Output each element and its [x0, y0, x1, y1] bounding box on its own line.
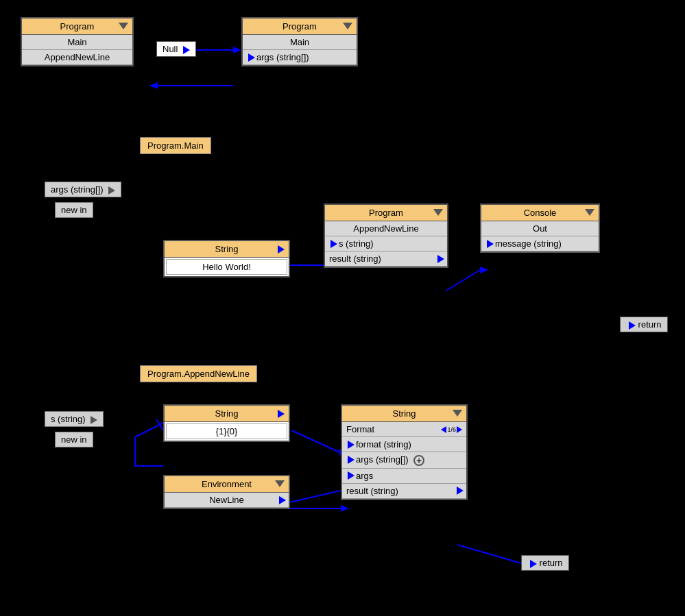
return-label-s2: return: [620, 317, 668, 332]
string-box-s3-value: {1}{0}: [166, 423, 287, 439]
null-label: Null: [156, 41, 196, 57]
s-label-s3: s (string): [45, 411, 104, 427]
string-box-s3-header: String: [165, 406, 289, 422]
diagram-container: Program Main AppendNewLine Null Program …: [0, 0, 685, 616]
console-box: Console Out message (string): [480, 204, 600, 253]
program-box-2-main: Main: [243, 35, 357, 50]
program-box-2: Program Main args (string[]): [241, 17, 358, 66]
console-out: Out: [481, 221, 599, 236]
string-format-format: Format 1/6: [342, 422, 466, 437]
program-box-1-appendnewline: AppendNewLine: [22, 50, 132, 65]
new-in-label-s2: new in: [55, 202, 93, 218]
svg-line-17: [135, 423, 163, 437]
program-append-appendnewline: AppendNewLine: [325, 221, 447, 236]
program-box-1: Program Main AppendNewLine: [21, 17, 134, 66]
program-box-2-header: Program: [243, 19, 357, 35]
program-box-1-main: Main: [22, 35, 132, 50]
string-box-s2: String Hello World!: [163, 240, 290, 278]
environment-box: Environment NewLine: [163, 475, 290, 509]
program-main-label: Program.Main: [140, 137, 211, 154]
connections-svg: [0, 0, 685, 616]
program-append-box-header: Program: [325, 205, 447, 221]
svg-line-15: [457, 545, 521, 563]
string-format-args-array: args (string[]) +: [342, 452, 466, 469]
environment-newline: NewLine: [165, 493, 289, 508]
program-appendnewline-label: Program.AppendNewLine: [140, 365, 257, 382]
string-box-s2-header: String: [165, 241, 289, 258]
string-format-box-header: String: [342, 406, 466, 422]
svg-marker-7: [480, 267, 488, 273]
svg-marker-1: [233, 47, 241, 53]
console-message: message (string): [481, 236, 599, 251]
string-box-s2-value: Hello World!: [166, 259, 287, 275]
program-append-s: s (string): [325, 236, 447, 251]
svg-line-9: [291, 430, 339, 452]
svg-marker-14: [341, 505, 349, 512]
environment-box-header: Environment: [165, 476, 289, 493]
svg-line-8: [156, 419, 163, 430]
svg-line-6: [446, 270, 480, 291]
return-label-s3: return: [521, 555, 569, 571]
string-format-result: result (string): [342, 484, 466, 499]
program-box-2-args: args (string[]): [243, 50, 357, 65]
program-append-box: Program AppendNewLine s (string) result …: [324, 204, 448, 268]
string-format-box: String Format 1/6 format (string) args (…: [341, 404, 468, 500]
program-box-1-header: Program: [22, 19, 132, 35]
string-format-format-string: format (string): [342, 437, 466, 452]
program-append-result: result (string): [325, 251, 447, 267]
string-box-s3: String {1}{0}: [163, 404, 290, 442]
new-in-label-s3: new in: [55, 432, 93, 447]
console-box-header: Console: [481, 205, 599, 221]
string-format-args: args: [342, 469, 466, 484]
svg-marker-3: [149, 82, 158, 89]
args-label-s2: args (string[]): [45, 182, 121, 197]
